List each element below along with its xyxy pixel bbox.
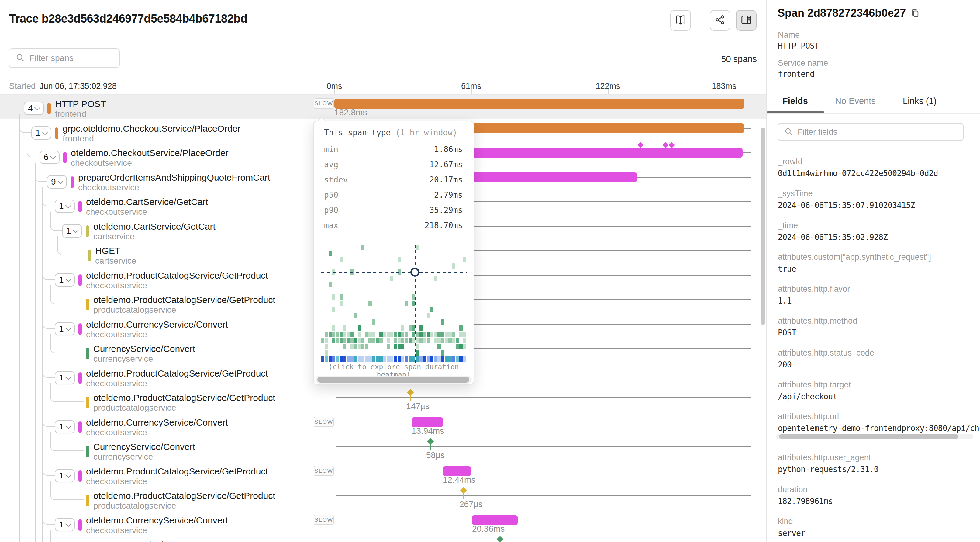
heatmap-cell (325, 357, 328, 362)
span-service: productcatalogservice (93, 403, 176, 413)
heatmap-cell (332, 332, 335, 337)
field-label: attributes.http.url (778, 412, 839, 421)
span-name: oteldemo.CurrencyService/Convert (86, 515, 228, 526)
span-name: oteldemo.CartService/GetCart (86, 197, 208, 207)
tab-links-1-[interactable]: Links (1) (903, 96, 937, 106)
heatmap-cell (361, 338, 364, 343)
heatmap-cell (430, 306, 433, 312)
span-row[interactable]: 4HTTP POSTfrontendSLOW182.8ms (0, 95, 766, 120)
heatmap-cell (350, 332, 353, 337)
expand-collapse-button[interactable]: 6 (40, 151, 60, 164)
child-count: 1 (59, 471, 64, 481)
expand-collapse-button[interactable]: 1 (55, 371, 75, 384)
span-row[interactable]: 1oteldemo.CurrencyService/Convertcheckou… (0, 511, 766, 536)
heatmap-cell (449, 357, 452, 362)
tab-fields[interactable]: Fields (783, 96, 808, 106)
span-name: oteldemo.CurrencyService/Convert (86, 319, 228, 330)
expand-collapse-button[interactable]: 1 (55, 469, 75, 482)
expand-collapse-button[interactable]: 1 (62, 224, 82, 238)
chevron-down-icon (65, 374, 72, 380)
expand-collapse-button[interactable]: 4 (24, 102, 44, 115)
span-row[interactable]: 1oteldemo.CurrencyService/Convertcheckou… (0, 413, 766, 438)
span-row[interactable]: oteldemo.ProductCatalogService/GetProduc… (0, 487, 766, 511)
heatmap-cell (405, 301, 408, 306)
field-label: attributes.http.user_agent (778, 453, 871, 462)
slow-badge: SLOW (314, 98, 334, 108)
heatmap-cell (368, 301, 371, 306)
heatmap-cell (409, 357, 412, 362)
heatmap-cell (463, 338, 466, 343)
crosshair-circle (410, 268, 420, 277)
timeline-guide-line (336, 495, 751, 496)
span-detail-sidebar: Span 2d878272346b0e27 Name HTTP POST Ser… (766, 0, 980, 542)
span-row[interactable]: CurrencyService/Convertcurrencyservice (0, 536, 766, 542)
heatmap-cell (387, 332, 390, 337)
service-color-chip (86, 397, 89, 408)
field-label: attributes.http.method (778, 316, 857, 326)
expand-collapse-button[interactable]: 1 (55, 199, 75, 213)
span-duration-bar[interactable] (334, 99, 745, 108)
service-color-chip (86, 225, 89, 237)
span-title: Span 2d878272346b0e27 (778, 7, 906, 19)
field-scrollbar-thumb[interactable] (779, 434, 958, 438)
expand-collapse-button[interactable]: 1 (55, 322, 75, 335)
tooltip-scrollbar-thumb[interactable] (317, 376, 469, 383)
search-icon (16, 53, 25, 63)
span-row[interactable]: CurrencyService/Convertcurrencyservice58… (0, 438, 766, 462)
field-value: true (778, 264, 796, 273)
span-stats-tooltip[interactable]: This span type (1 hr window) min1.86msav… (313, 121, 474, 385)
heatmap-cell (387, 357, 390, 362)
span-name: CurrencyService/Convert (93, 344, 195, 354)
chevron-down-icon (65, 276, 72, 282)
heatmap-cell (365, 357, 368, 362)
field-label: kind (778, 517, 793, 526)
heatmap-cell (398, 357, 401, 362)
docs-button[interactable] (670, 10, 691, 31)
heatmap-cell (350, 357, 353, 362)
heatmap-cell (441, 357, 444, 362)
field-value: 1.1 (778, 296, 792, 305)
filter-spans-placeholder: Filter spans (30, 53, 73, 63)
heatmap-cell (321, 338, 325, 343)
span-duration-bar[interactable] (472, 515, 518, 525)
span-row[interactable]: oteldemo.ProductCatalogService/GetProduc… (0, 389, 766, 413)
span-duration-bar[interactable] (412, 417, 443, 427)
heatmap-cell (401, 332, 404, 337)
heatmap-cell (441, 319, 444, 325)
expand-collapse-button[interactable]: 1 (55, 273, 75, 287)
heatmap-cell (358, 357, 361, 362)
expand-collapse-button[interactable]: 9 (47, 175, 67, 188)
heatmap-cell (420, 332, 423, 337)
heatmap-cell (420, 357, 423, 362)
instant-span-tick (430, 443, 431, 450)
expand-collapse-button[interactable]: 1 (55, 518, 75, 531)
trace-vertical-scrollbar[interactable] (760, 128, 765, 325)
span-service: frontend (55, 109, 86, 119)
service-color-chip (70, 176, 74, 188)
span-duration-heatmap[interactable] (321, 244, 466, 363)
search-icon (784, 127, 793, 137)
heatmap-cell (358, 332, 361, 337)
crosshair-vertical-line (415, 244, 415, 363)
field-value: 2024-06-06T15:35:07.910203415Z (778, 201, 915, 210)
heatmap-cell (445, 338, 448, 343)
expand-collapse-button[interactable]: 1 (55, 420, 75, 434)
span-row[interactable]: 1oteldemo.ProductCatalogService/GetProdu… (0, 462, 766, 487)
span-name: CurrencyService/Convert (93, 442, 195, 452)
span-service: productcatalogservice (93, 501, 176, 511)
heatmap-cell (445, 332, 448, 337)
toggle-sidebar-button[interactable] (736, 10, 757, 31)
heatmap-cell (434, 276, 437, 281)
tab-no-events[interactable]: No Events (835, 96, 876, 106)
share-button[interactable] (710, 10, 730, 31)
filter-spans-input[interactable]: Filter spans (9, 48, 120, 68)
field-value: POST (778, 328, 796, 337)
heatmap-cell (339, 294, 342, 300)
expand-collapse-button[interactable]: 1 (31, 126, 51, 140)
copy-button[interactable] (910, 8, 920, 19)
span-duration-bar[interactable] (443, 466, 471, 476)
heatmap-cell (358, 325, 361, 331)
heatmap-cell (441, 332, 444, 337)
chevron-down-icon (65, 521, 72, 527)
filter-fields-input[interactable]: Filter fields (778, 123, 964, 141)
